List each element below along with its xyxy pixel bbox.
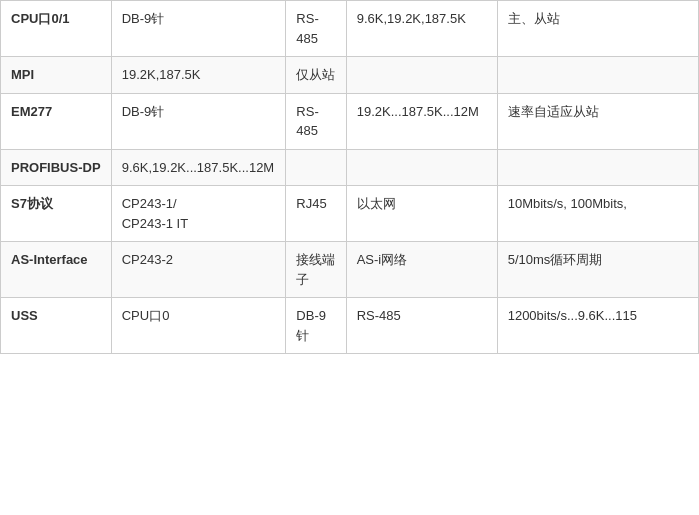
protocol-cell: S7协议 xyxy=(1,186,112,242)
table-row: CPU口0/1DB-9针RS-4859.6K,19.2K,187.5K主、从站 xyxy=(1,1,699,57)
network-cell: AS-i网络 xyxy=(346,242,497,298)
table-row: PROFIBUS-DP9.6K,19.2K...187.5K...12M xyxy=(1,149,699,186)
hardware-cell: 19.2K,187.5K xyxy=(111,57,286,94)
protocol-cell: AS-Interface xyxy=(1,242,112,298)
hardware-cell: CP243-2 xyxy=(111,242,286,298)
notes-cell: 5/10ms循环周期 xyxy=(497,242,698,298)
hardware-cell: DB-9针 xyxy=(111,93,286,149)
interface-cell: RS-485 xyxy=(286,1,346,57)
notes-cell: 10Mbits/s, 100Mbits, xyxy=(497,186,698,242)
network-cell xyxy=(346,149,497,186)
network-cell: 19.2K...187.5K...12M xyxy=(346,93,497,149)
table-row: USSCPU口0DB-9针RS-4851200bits/s...9.6K...1… xyxy=(1,298,699,354)
protocol-cell: EM277 xyxy=(1,93,112,149)
interface-cell: 仅从站 xyxy=(286,57,346,94)
hardware-cell: 9.6K,19.2K...187.5K...12M xyxy=(111,149,286,186)
notes-cell: 1200bits/s...9.6K...115 xyxy=(497,298,698,354)
notes-cell: 主、从站 xyxy=(497,1,698,57)
network-cell xyxy=(346,57,497,94)
hardware-cell: DB-9针 xyxy=(111,1,286,57)
network-cell: 以太网 xyxy=(346,186,497,242)
notes-cell xyxy=(497,57,698,94)
network-cell: 9.6K,19.2K,187.5K xyxy=(346,1,497,57)
interface-cell xyxy=(286,149,346,186)
protocol-cell: MPI xyxy=(1,57,112,94)
notes-cell xyxy=(497,149,698,186)
hardware-cell: CP243-1/ CP243-1 IT xyxy=(111,186,286,242)
interface-cell: DB-9针 xyxy=(286,298,346,354)
protocol-table: CPU口0/1DB-9针RS-4859.6K,19.2K,187.5K主、从站M… xyxy=(0,0,699,354)
protocol-cell: CPU口0/1 xyxy=(1,1,112,57)
interface-cell: 接线端子 xyxy=(286,242,346,298)
interface-cell: RS-485 xyxy=(286,93,346,149)
table-row: EM277DB-9针RS-48519.2K...187.5K...12M速率自适… xyxy=(1,93,699,149)
hardware-cell: CPU口0 xyxy=(111,298,286,354)
protocol-cell: PROFIBUS-DP xyxy=(1,149,112,186)
notes-cell: 速率自适应从站 xyxy=(497,93,698,149)
protocol-cell: USS xyxy=(1,298,112,354)
interface-cell: RJ45 xyxy=(286,186,346,242)
table-row: S7协议CP243-1/ CP243-1 ITRJ45以太网10Mbits/s,… xyxy=(1,186,699,242)
table-row: MPI19.2K,187.5K仅从站 xyxy=(1,57,699,94)
network-cell: RS-485 xyxy=(346,298,497,354)
table-row: AS-InterfaceCP243-2接线端子AS-i网络5/10ms循环周期 xyxy=(1,242,699,298)
